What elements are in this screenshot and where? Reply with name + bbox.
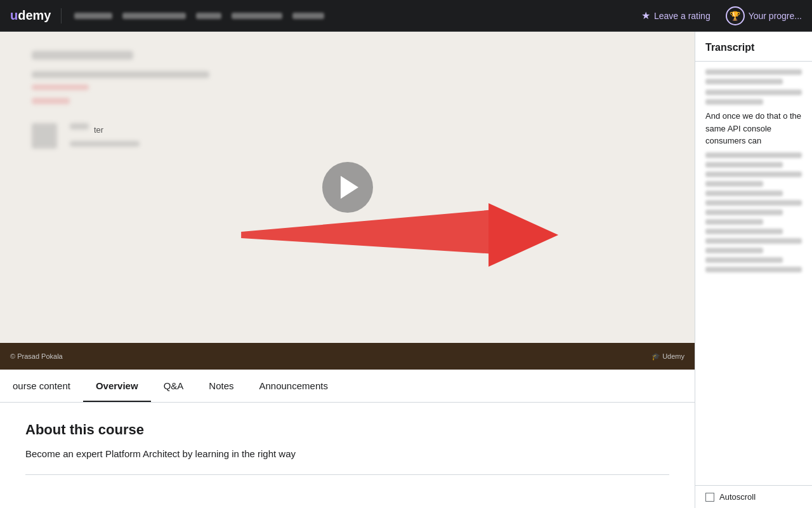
- star-icon: ★: [641, 10, 650, 22]
- tab-course-content[interactable]: ourse content: [0, 370, 83, 402]
- slide-blur-title: [32, 51, 133, 60]
- transcript-blur-5: [705, 152, 802, 158]
- logo: udemy: [10, 8, 51, 23]
- tab-announcements[interactable]: Announcements: [247, 370, 341, 402]
- left-content: ter: [0, 32, 695, 508]
- header-divider: [61, 8, 62, 23]
- video-bottom-bar: © Prasad Pokala 🎓 Udemy: [0, 343, 695, 370]
- transcript-blur-7: [705, 171, 802, 177]
- tabs-bar: ourse content Overview Q&A Notes Announc…: [0, 370, 695, 403]
- about-desc: Become an expert Platform Architect by l…: [25, 447, 669, 462]
- tab-notes[interactable]: Notes: [196, 370, 246, 402]
- tab-overview[interactable]: Overview: [83, 370, 151, 402]
- main-layout: ter: [0, 32, 812, 508]
- transcript-blur-6: [705, 162, 783, 168]
- transcript-blur-2: [705, 79, 783, 84]
- transcript-blur-12: [705, 219, 763, 225]
- header-course-title: [72, 13, 641, 19]
- transcript-readable-text: And once we do that o the same API conso…: [705, 110, 802, 147]
- course-content-area: About this course Become an expert Platf…: [0, 403, 695, 508]
- transcript-header: Transcript: [695, 32, 812, 62]
- title-blur-2: [122, 13, 186, 19]
- title-blur-3: [196, 13, 221, 19]
- progress-circle-icon: 🏆: [726, 6, 745, 25]
- transcript-blur-8: [705, 181, 763, 187]
- leave-rating-label: Leave a rating: [654, 11, 710, 21]
- transcript-blur-3: [705, 90, 802, 95]
- transcript-footer: Autoscroll: [695, 485, 812, 508]
- transcript-blur-14: [705, 238, 802, 244]
- title-blur-4: [232, 13, 282, 19]
- content-divider: [25, 474, 669, 475]
- transcript-blur-16: [705, 257, 783, 263]
- leave-rating-button[interactable]: ★ Leave a rating: [641, 10, 710, 22]
- your-progress-button[interactable]: 🏆 Your progre...: [726, 6, 802, 25]
- play-icon: [341, 176, 358, 199]
- transcript-sidebar: Transcript And once we do that o the sam…: [695, 32, 812, 508]
- video-container: ter: [0, 32, 695, 343]
- slide-blur-row1: [32, 71, 209, 78]
- slide-blur-row2: [70, 141, 140, 147]
- header-right: ★ Leave a rating 🏆 Your progre...: [641, 6, 802, 25]
- play-button[interactable]: [322, 162, 373, 213]
- slide-blur-pink1: [32, 84, 89, 90]
- slide-text-iter: [70, 123, 89, 130]
- transcript-blur-17: [705, 267, 802, 272]
- your-progress-label: Your progre...: [749, 11, 802, 21]
- title-blur-5: [292, 13, 324, 19]
- header: udemy ★ Leave a rating 🏆 Your progre...: [0, 0, 812, 32]
- slide-blur-pink2: [32, 98, 70, 104]
- copyright-text: © Prasad Pokala: [10, 352, 63, 360]
- transcript-blur-15: [705, 248, 763, 253]
- transcript-blur-11: [705, 210, 783, 215]
- udemy-logo-small: 🎓 Udemy: [652, 352, 684, 361]
- autoscroll-label: Autoscroll: [719, 492, 756, 502]
- autoscroll-checkbox[interactable]: [705, 493, 714, 502]
- about-title: About this course: [25, 422, 669, 438]
- transcript-blur-13: [705, 229, 783, 234]
- slide-blur-box: [32, 123, 57, 149]
- title-blur-1: [74, 13, 112, 19]
- transcript-body[interactable]: And once we do that o the same API conso…: [695, 62, 812, 485]
- transcript-blur-9: [705, 190, 783, 196]
- transcript-blur-10: [705, 200, 802, 206]
- transcript-blur-4: [705, 99, 763, 105]
- tab-qa[interactable]: Q&A: [151, 370, 197, 402]
- transcript-blur-1: [705, 69, 802, 75]
